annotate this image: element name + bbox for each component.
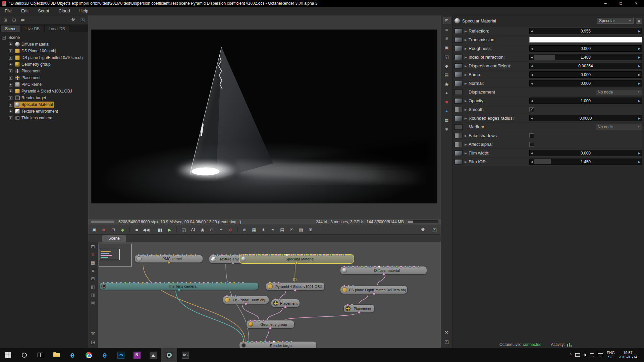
collapse-expander-icon[interactable]: − (2, 36, 6, 40)
node-pin[interactable] (229, 282, 231, 284)
taskbar-chrome[interactable] (80, 348, 97, 362)
stop-render-icon[interactable]: ■ (132, 226, 141, 234)
node-pin[interactable] (281, 341, 284, 343)
expand-expander-icon[interactable]: + (9, 69, 12, 73)
node-pin[interactable] (115, 282, 118, 284)
node-pin[interactable] (151, 254, 153, 256)
node-geometry-group[interactable]: Geometry group (246, 320, 294, 328)
node-pin[interactable] (137, 282, 140, 284)
viewport-scrollbar-thumb[interactable] (91, 221, 114, 223)
clock[interactable]: 19:57 2016-01-14 (619, 351, 637, 359)
node-pin[interactable] (382, 265, 385, 268)
expand-expander-icon[interactable]: + (9, 116, 12, 120)
node-pin[interactable] (294, 254, 297, 256)
node-output-pin[interactable] (295, 262, 298, 264)
pause-render-icon[interactable]: ▮▮ (156, 226, 164, 234)
node-pin[interactable] (278, 298, 281, 301)
node-pin[interactable] (303, 254, 306, 256)
node-pin[interactable] (111, 282, 113, 284)
save-render-icon[interactable]: ▣ (90, 226, 99, 234)
tree-item-placement[interactable]: +Placement (2, 74, 88, 81)
param-expander-icon[interactable]: ▶ (465, 38, 469, 42)
tree-item-placement[interactable]: +Placement (2, 68, 88, 74)
slider-increment-icon[interactable]: ▶ (637, 47, 642, 50)
touch-keyboard-icon[interactable] (598, 353, 603, 357)
node-pin[interactable] (203, 282, 205, 284)
param-slider[interactable]: ◀0.000▶ (529, 150, 642, 156)
node-pin[interactable] (290, 341, 292, 343)
ng-import-icon[interactable]: ◧ (90, 283, 96, 290)
node-pin[interactable] (338, 254, 340, 256)
node-pin[interactable] (413, 265, 415, 268)
show-desktop-button[interactable] (641, 348, 643, 362)
tree-item-geometry-group[interactable]: +Geometry group (2, 61, 88, 68)
node-pin[interactable] (417, 265, 420, 268)
slider-decrement-icon[interactable]: ◀ (530, 29, 534, 33)
node-pin[interactable] (176, 282, 179, 284)
node-pin[interactable] (142, 282, 144, 284)
menu-cloud[interactable]: Cloud (54, 7, 75, 15)
node-pin[interactable] (347, 265, 350, 268)
taskbar-search[interactable] (16, 348, 32, 362)
node-pin[interactable] (225, 254, 227, 256)
tree-item-render-target[interactable]: +Render target (2, 95, 88, 101)
param-expander-icon[interactable]: ▶ (465, 29, 469, 33)
node-pin[interactable] (329, 254, 332, 256)
nodegraph-settings-icon[interactable]: ⚒ (90, 330, 96, 337)
param-node-dropdown[interactable]: No node▼ (596, 89, 642, 95)
device-settings-icon[interactable]: ◱ (443, 53, 450, 60)
graph-navigator[interactable] (99, 244, 132, 266)
node-pin[interactable] (277, 282, 280, 284)
recenter-view-icon[interactable]: ◱ (179, 226, 188, 234)
node-pin[interactable] (198, 282, 201, 284)
param-slider[interactable]: ◀0.955▶ (529, 28, 642, 34)
scene-outliner-icon[interactable]: ≡ (443, 26, 450, 33)
region-tool-icon[interactable]: ▦ (250, 226, 258, 234)
node-pin[interactable] (365, 265, 367, 268)
render-passes-icon[interactable]: ▤ (278, 226, 286, 234)
taskbar-internet-explorer[interactable]: e (64, 348, 80, 362)
graph-editor-icon[interactable]: # (443, 35, 450, 42)
node-pin[interactable] (102, 282, 105, 284)
material-type-dropdown[interactable]: Specular ▼ (597, 18, 634, 24)
taskbar-daz-studio[interactable]: DS (177, 348, 193, 362)
node-output-pin[interactable] (382, 273, 385, 276)
material-gray-icon[interactable]: ● (443, 89, 450, 97)
node-pin[interactable] (351, 304, 353, 306)
menu-script[interactable]: Script (33, 7, 54, 15)
node-pin[interactable] (181, 254, 183, 256)
expand-expander-icon[interactable]: + (9, 63, 12, 66)
param-checkbox[interactable] (529, 133, 534, 138)
node-pin[interactable] (233, 282, 235, 284)
param-expander-icon[interactable]: ▶ (465, 82, 469, 85)
node-pin[interactable] (146, 254, 149, 256)
node-pin[interactable] (361, 265, 363, 268)
tree-item-pmc-kernel[interactable]: +PMC kernel (2, 81, 88, 88)
node-pin[interactable] (190, 282, 192, 284)
node-pin[interactable] (230, 295, 232, 297)
node-pin[interactable] (347, 285, 350, 287)
node-output-pin[interactable] (167, 261, 170, 264)
copy-render-icon[interactable]: ⊡ (109, 226, 117, 234)
nodegraph-expand-icon[interactable]: ◳ (90, 339, 96, 345)
node-pin[interactable] (107, 282, 109, 284)
slider-increment-icon[interactable]: ▶ (637, 56, 642, 59)
tree-item-ds-plane-lightemitter10x10cm-obj[interactable]: +DS plane LightEmitter10x10cm.obj (2, 54, 88, 61)
ng-arrange-icon[interactable]: ≡ (90, 267, 96, 274)
node-pin[interactable] (185, 282, 187, 284)
node-pin[interactable] (150, 282, 153, 284)
node-pin[interactable] (155, 254, 157, 256)
node-pin[interactable] (194, 282, 196, 284)
param-slider[interactable]: ◀0.000▶ (529, 71, 642, 78)
node-pin[interactable] (229, 254, 232, 256)
slider-decrement-icon[interactable]: ◀ (530, 82, 534, 85)
inspector-expand-icon[interactable]: ◳ (443, 338, 450, 345)
node-pin[interactable] (242, 282, 244, 284)
node-pin[interactable] (274, 298, 276, 301)
node-pin[interactable] (308, 254, 310, 256)
node-pin[interactable] (273, 254, 275, 256)
node-placement-1[interactable]: Placement (271, 299, 300, 307)
expand-expander-icon[interactable]: + (9, 56, 12, 60)
node-pin[interactable] (255, 254, 258, 256)
node-output-pin[interactable] (269, 327, 272, 329)
